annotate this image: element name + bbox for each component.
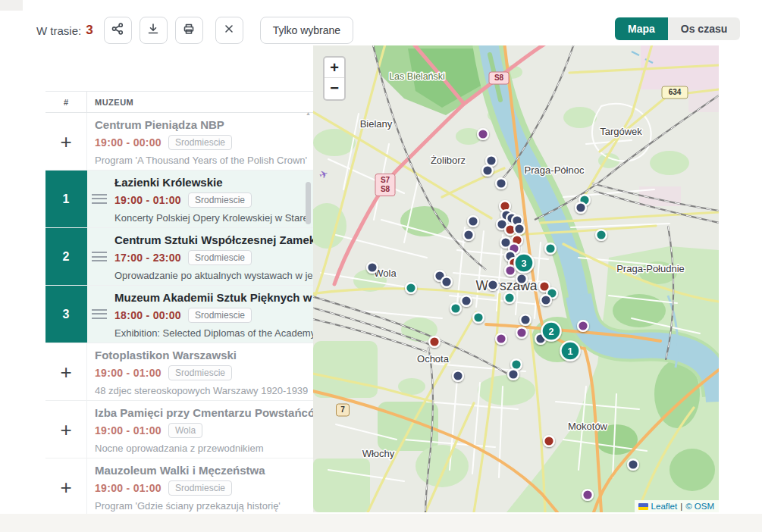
museum-marker[interactable]	[496, 333, 506, 344]
museum-marker[interactable]	[514, 224, 525, 234]
printer-icon	[182, 22, 196, 39]
plus-icon: +	[60, 477, 71, 497]
museum-hours: 18:00 - 00:00	[114, 309, 181, 321]
museum-row[interactable]: + Izba Pamięci przy Cmentarzu Powstańców…	[45, 401, 334, 458]
museum-row-selected[interactable]: 3 Muzeum Akademii Sztuk Pięknych w W... …	[45, 286, 334, 343]
museum-marker[interactable]	[582, 490, 593, 500]
museum-name: Izba Pamięci przy Cmentarzu Powstańców .…	[95, 406, 313, 419]
museum-marker[interactable]	[441, 277, 452, 287]
museum-marker[interactable]	[516, 274, 527, 284]
museum-marker[interactable]	[453, 371, 463, 381]
museum-marker[interactable]	[544, 436, 554, 446]
zoom-in-button[interactable]: +	[325, 58, 344, 78]
museum-route-planner: W trasie: 3	[0, 0, 762, 532]
route-marker-2[interactable]: 2	[542, 322, 561, 341]
list-scrollbar[interactable]: ▲ ▼	[305, 91, 312, 532]
museum-row[interactable]: + Centrum Pieniądza NBP 19:00 - 00:00Sro…	[45, 113, 334, 171]
museum-marker[interactable]	[508, 369, 519, 380]
museum-row[interactable]: + Fotoplastikon Warszawski 19:00 - 01:00…	[45, 343, 334, 401]
zoom-out-button[interactable]: −	[325, 78, 344, 99]
share-button[interactable]	[104, 17, 132, 44]
clear-route-button[interactable]	[215, 17, 243, 44]
district-badge: Srodmiescie	[168, 365, 232, 380]
museum-description: Koncerty Polskiej Opery Krolewskiej w St…	[114, 212, 334, 224]
svg-text:S8: S8	[494, 74, 504, 82]
museum-hours: 19:00 - 00:00	[95, 136, 161, 149]
museum-description: Nocne oprowadzania z przewodnikiem	[95, 443, 313, 454]
plus-icon: +	[60, 362, 71, 382]
map-tiles: ✈ S8S7S86347 Las BielańskiBielanyŻolibor…	[313, 45, 719, 512]
add-to-route-button[interactable]: +	[45, 343, 87, 400]
map-attribution: Leaflet | © OSM	[635, 500, 719, 512]
column-header-number: #	[45, 92, 87, 112]
museum-marker[interactable]	[516, 327, 527, 338]
museum-row[interactable]: + Mauzoleum Walki i Męczeństwa 19:00 - 0…	[45, 458, 334, 516]
close-icon	[223, 23, 235, 38]
only-selected-button[interactable]: Tylko wybrane	[260, 17, 353, 44]
museum-marker[interactable]	[486, 155, 497, 166]
museum-hours: 19:00 - 01:00	[114, 194, 181, 206]
museum-marker[interactable]	[468, 216, 478, 227]
museum-marker[interactable]	[505, 265, 516, 276]
museum-marker[interactable]	[496, 178, 506, 189]
museum-description: 48 zdjec stereoskopowych Warszawy 1920-1…	[95, 385, 308, 396]
route-count-value: 3	[86, 23, 93, 38]
museum-marker[interactable]	[511, 359, 522, 370]
drag-handle-icon[interactable]	[92, 252, 107, 261]
drag-handle-icon[interactable]	[92, 309, 107, 319]
museum-marker[interactable]	[488, 280, 498, 290]
place-label: Praga-Północ	[525, 164, 585, 176]
download-button[interactable]	[140, 17, 168, 44]
museum-marker[interactable]	[578, 321, 588, 331]
route-marker-1[interactable]: 1	[561, 342, 580, 361]
museum-name: Centrum Sztuki Współczesnej Zamek U...	[114, 233, 333, 246]
museum-marker[interactable]	[628, 459, 638, 470]
route-order-cell[interactable]: 1	[45, 171, 87, 227]
museum-marker[interactable]	[429, 336, 440, 347]
museum-row-selected[interactable]: 1 Łazienki Królewskie 19:00 - 01:00Srodm…	[45, 171, 334, 228]
museum-name: Centrum Pieniądza NBP	[95, 118, 307, 131]
osm-link[interactable]: © OSM	[685, 502, 714, 511]
museum-marker[interactable]	[541, 295, 551, 305]
list-header: # MUZEUM	[45, 92, 334, 113]
district-badge: Srodmiescie	[188, 192, 252, 208]
museum-hours: 19:00 - 01:00	[95, 424, 161, 437]
route-order-cell[interactable]: 2	[45, 228, 87, 285]
add-to-route-button[interactable]: +	[45, 113, 87, 170]
museum-hours: 19:00 - 01:00	[95, 482, 161, 494]
add-to-route-button[interactable]: +	[45, 401, 87, 458]
map-zoom-control: + −	[323, 56, 346, 101]
museum-description: Program 'Gdzie ściany przekazują histori…	[95, 500, 281, 512]
place-label: Żoliborz	[431, 155, 466, 166]
scrollbar-thumb[interactable]	[306, 182, 311, 224]
museum-marker[interactable]	[596, 230, 607, 240]
museum-marker[interactable]	[482, 165, 493, 176]
route-marker-3[interactable]: 3	[515, 254, 534, 273]
museum-marker[interactable]	[473, 312, 484, 323]
page-background	[0, 514, 762, 532]
district-badge: Srodmiescie	[168, 135, 232, 150]
museum-marker[interactable]	[463, 230, 474, 240]
district-badge: Srodmiescie	[168, 480, 232, 496]
map-canvas[interactable]: ✈ S8S7S86347 Las BielańskiBielanyŻolibor…	[313, 45, 719, 512]
museum-marker[interactable]	[504, 293, 515, 303]
museum-marker[interactable]	[478, 129, 488, 139]
museum-row-selected[interactable]: 2 Centrum Sztuki Współczesnej Zamek U...…	[45, 228, 334, 286]
museum-marker[interactable]	[461, 296, 472, 306]
museum-marker[interactable]	[520, 315, 531, 325]
museum-marker[interactable]	[575, 202, 586, 213]
tab-timeline[interactable]: Os czasu	[668, 17, 740, 40]
museum-marker[interactable]	[406, 283, 416, 293]
scroll-up-icon[interactable]: ▲	[305, 111, 312, 116]
svg-text:3: 3	[521, 258, 526, 269]
tab-map[interactable]: Mapa	[615, 17, 668, 40]
route-order-cell[interactable]: 3	[45, 286, 87, 343]
museum-marker[interactable]	[367, 262, 378, 273]
drag-handle-icon[interactable]	[92, 194, 107, 204]
print-button[interactable]	[175, 17, 203, 44]
add-to-route-button[interactable]: +	[45, 458, 87, 515]
leaflet-link[interactable]: Leaflet	[651, 502, 678, 511]
road-badge: 634	[662, 86, 688, 99]
museum-marker[interactable]	[450, 303, 461, 314]
museum-marker[interactable]	[545, 243, 556, 254]
